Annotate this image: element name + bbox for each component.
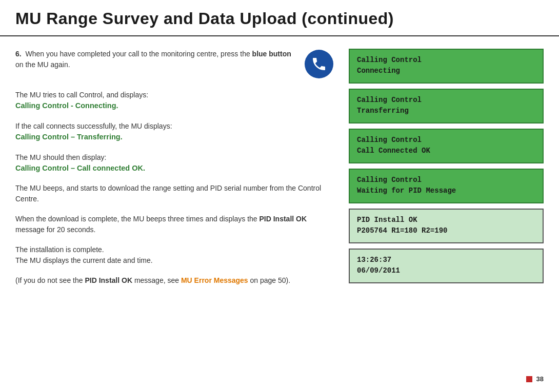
page-title: MU Range Survey and Data Upload (continu… — [15, 9, 544, 28]
block3-highlight: Calling Control – Call connected OK. — [15, 164, 145, 172]
screen2-line2: Transferring — [357, 106, 535, 116]
block6-text: The installation is complete.The MU disp… — [15, 244, 333, 266]
screen1-line1: Calling Control — [357, 55, 535, 66]
info-block-download: The MU beeps, and starts to download the… — [15, 183, 333, 204]
page-number-area: 38 — [526, 375, 544, 383]
screen-transferring: Calling Control Transferring — [349, 89, 544, 123]
block3-label: The MU should then display: — [15, 153, 106, 161]
block3-text: The MU should then display: Calling Cont… — [15, 152, 333, 174]
block4-text: The MU beeps, and starts to download the… — [15, 183, 333, 204]
block2-label: If the call connects successfully, the M… — [15, 122, 172, 130]
right-column: Calling Control Connecting Calling Contr… — [349, 49, 544, 295]
step-intro-text: 6. When you have completed your call to … — [15, 49, 295, 70]
screen-time: 13:26:37 06/09/2011 — [349, 249, 544, 283]
screen-waiting-pid: Calling Control Waiting for PID Message — [349, 169, 544, 203]
screen-pid-ok: PID Install OK P205764 R1=180 R2=190 — [349, 209, 544, 243]
intro-text-2: on the MU again. — [15, 60, 70, 69]
intro-text-1: When you have completed your call to the… — [26, 50, 252, 58]
blue-button-icon — [305, 50, 333, 78]
block1-text: The MU tries to call Control, and displa… — [15, 90, 333, 112]
screen3-line2: Call Connected OK — [357, 146, 535, 156]
page-number-text: 38 — [536, 375, 544, 383]
screen4-line1: Calling Control — [357, 175, 535, 185]
screen2-line1: Calling Control — [357, 95, 535, 106]
block2-text: If the call connects successfully, the M… — [15, 121, 333, 143]
block5-text: When the download is complete, the MU be… — [15, 214, 333, 235]
info-block-datetime: The installation is complete.The MU disp… — [15, 244, 333, 266]
screen6-line1: 13:26:37 — [357, 255, 535, 265]
page-header: MU Range Survey and Data Upload (continu… — [0, 0, 559, 36]
screen3-line1: Calling Control — [357, 135, 535, 146]
pid-bold-2: PID Install OK — [85, 276, 132, 284]
screen5-line2: P205764 R1=180 R2=190 — [357, 225, 535, 236]
block7-text: (If you do not see the PID Install OK me… — [15, 275, 333, 286]
screen4-line2: Waiting for PID Message — [357, 185, 535, 196]
screen5-line1: PID Install OK — [357, 215, 535, 225]
pid-bold: PID Install OK — [259, 215, 307, 223]
step-number: 6. — [15, 50, 22, 58]
screen-connected: Calling Control Call Connected OK — [349, 129, 544, 163]
step-intro: 6. When you have completed your call to … — [15, 49, 333, 78]
info-block-pid: When the download is complete, the MU be… — [15, 214, 333, 235]
info-block-transferring: If the call connects successfully, the M… — [15, 121, 333, 143]
main-content: 6. When you have completed your call to … — [0, 36, 559, 300]
red-square-icon — [526, 376, 532, 382]
step-text-block: 6. When you have completed your call to … — [15, 49, 295, 70]
screen1-line2: Connecting — [357, 66, 535, 76]
block1-highlight: Calling Control - Connecting. — [15, 101, 118, 110]
block1-label: The MU tries to call Control, and displa… — [15, 91, 148, 99]
block2-highlight: Calling Control – Transferring. — [15, 133, 123, 141]
error-link[interactable]: MU Error Messages — [181, 276, 248, 284]
left-column: 6. When you have completed your call to … — [15, 49, 333, 295]
info-block-connected: The MU should then display: Calling Cont… — [15, 152, 333, 174]
intro-bold: blue button — [252, 50, 291, 58]
info-block-error: (If you do not see the PID Install OK me… — [15, 275, 333, 286]
phone-icon — [311, 56, 327, 72]
info-block-connecting: The MU tries to call Control, and displa… — [15, 90, 333, 112]
screen6-line2: 06/09/2011 — [357, 265, 535, 276]
screen-connecting: Calling Control Connecting — [349, 49, 544, 84]
